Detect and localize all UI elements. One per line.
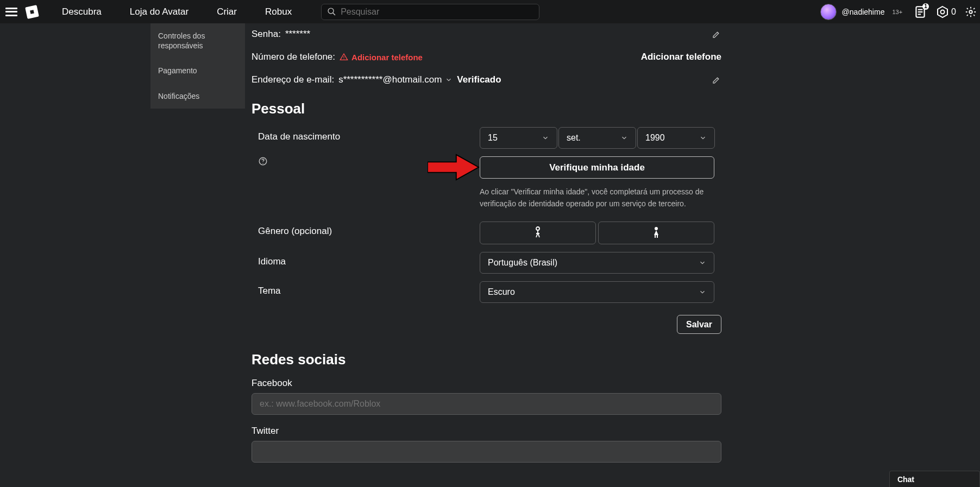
warning-icon — [340, 53, 348, 61]
phone-row: Número de telefone: Adicionar telefone A… — [252, 49, 721, 65]
chevron-down-icon — [699, 288, 706, 296]
svg-marker-8 — [938, 7, 947, 17]
section-social-heading: Redes sociais — [252, 351, 721, 368]
nav-link-create[interactable]: Criar — [203, 0, 251, 23]
svg-point-2 — [328, 8, 334, 14]
password-label: Senha: — [252, 29, 281, 40]
svg-point-12 — [343, 59, 344, 59]
edit-icon — [712, 29, 721, 39]
roblox-logo-icon[interactable] — [25, 5, 39, 19]
svg-point-16 — [536, 227, 539, 230]
email-row: Endereço de e-mail: s***********@hotmail… — [252, 72, 721, 87]
edit-email-button[interactable] — [712, 75, 721, 85]
add-phone-link[interactable]: Adicionar telefone — [641, 52, 721, 62]
chevron-down-icon — [620, 134, 628, 142]
theme-row: Tema Escuro — [252, 281, 721, 303]
search-box[interactable] — [321, 4, 539, 20]
gender-male-button[interactable] — [480, 222, 596, 244]
phone-label: Número de telefone: — [252, 52, 335, 62]
facebook-input[interactable] — [252, 393, 721, 415]
dob-month-value: set. — [567, 133, 581, 143]
language-label: Idioma — [252, 252, 480, 274]
gender-row: Gênero (opcional) — [252, 222, 721, 244]
chevron-down-icon — [542, 134, 549, 142]
settings-content: Senha: ******* Número de telefone: Adici… — [252, 23, 721, 484]
facebook-label: Facebook — [252, 378, 721, 389]
robux-count: 0 — [951, 7, 956, 17]
hamburger-icon — [5, 8, 17, 16]
male-icon — [533, 226, 542, 239]
email-label: Endereço de e-mail: — [252, 74, 334, 85]
theme-select[interactable]: Escuro — [480, 281, 714, 303]
svg-line-3 — [333, 13, 335, 15]
help-icon[interactable] — [258, 156, 268, 166]
theme-value: Escuro — [488, 287, 515, 297]
save-button[interactable]: Salvar — [677, 315, 721, 334]
dob-year-value: 1990 — [645, 133, 665, 143]
top-nav: Descubra Loja do Avatar Criar Robux @nad… — [0, 0, 980, 23]
dob-label: Data de nascimento — [252, 127, 480, 149]
nav-right: @nadiehime 13+ 1 0 — [820, 0, 980, 23]
twitter-label: Twitter — [252, 426, 721, 437]
notifications-button[interactable]: 1 — [913, 5, 927, 19]
password-row: Senha: ******* — [252, 27, 721, 42]
gender-female-button[interactable] — [598, 222, 714, 244]
phone-warn-text: Adicionar telefone — [351, 53, 423, 62]
edit-icon — [712, 75, 721, 85]
age-tag: 13+ — [892, 9, 902, 15]
gender-label: Gênero (opcional) — [252, 222, 480, 244]
dob-year-select[interactable]: 1990 — [637, 127, 715, 149]
language-row: Idioma Português (Brasil) — [252, 252, 721, 274]
settings-sidebar: Controles dos responsáveis Pagamento Not… — [150, 23, 245, 109]
twitter-input[interactable] — [252, 441, 721, 463]
svg-rect-1 — [30, 10, 34, 14]
dob-month-select[interactable]: set. — [558, 127, 636, 149]
nav-link-robux[interactable]: Robux — [251, 0, 306, 23]
svg-point-9 — [941, 10, 945, 14]
gear-icon — [965, 6, 977, 18]
language-select[interactable]: Português (Brasil) — [480, 252, 714, 274]
settings-button[interactable] — [965, 6, 977, 18]
notif-badge: 1 — [922, 3, 929, 10]
chevron-down-icon — [445, 76, 453, 84]
email-verified-label: Verificado — [457, 74, 501, 85]
email-value: s***********@hotmail.com — [338, 74, 442, 85]
search-input[interactable] — [341, 7, 533, 17]
chat-tab[interactable]: Chat — [889, 471, 980, 487]
nav-links: Descubra Loja do Avatar Criar Robux — [48, 0, 306, 23]
robux-icon — [936, 5, 949, 18]
verify-age-description: Ao clicar "Verificar minha idade", você … — [480, 186, 714, 210]
menu-button[interactable] — [0, 0, 23, 23]
svg-point-17 — [655, 227, 658, 230]
svg-point-14 — [262, 163, 263, 164]
nav-link-discover[interactable]: Descubra — [48, 0, 116, 23]
edit-password-button[interactable] — [712, 29, 721, 39]
nav-link-avatar-shop[interactable]: Loja do Avatar — [116, 0, 203, 23]
theme-label: Tema — [252, 281, 480, 303]
dob-row: Data de nascimento 15 set. 1990 — [252, 127, 721, 149]
chevron-down-icon — [699, 259, 706, 267]
verify-age-button[interactable]: Verifique minha idade — [480, 156, 714, 179]
svg-point-10 — [969, 10, 972, 14]
password-value: ******* — [285, 29, 310, 40]
dob-group: 15 set. 1990 — [480, 127, 721, 149]
language-value: Português (Brasil) — [488, 258, 557, 268]
sidebar-item-parental[interactable]: Controles dos responsáveis — [150, 23, 245, 58]
sidebar-item-notifications[interactable]: Notificações — [150, 84, 245, 109]
section-personal-heading: Pessoal — [252, 100, 721, 117]
username-label[interactable]: @nadiehime — [842, 8, 885, 16]
search-icon — [327, 7, 336, 16]
phone-warning: Adicionar telefone — [340, 53, 423, 62]
verify-row: Verifique minha idade Ao clicar "Verific… — [252, 156, 721, 210]
robux-button[interactable]: 0 — [936, 5, 956, 18]
sidebar-item-payment[interactable]: Pagamento — [150, 58, 245, 83]
avatar[interactable] — [820, 4, 837, 20]
dob-day-value: 15 — [488, 133, 498, 143]
chevron-down-icon — [699, 134, 707, 142]
dob-day-select[interactable]: 15 — [480, 127, 557, 149]
female-icon — [652, 226, 661, 239]
save-row: Salvar — [252, 315, 721, 334]
chat-label: Chat — [897, 475, 914, 484]
